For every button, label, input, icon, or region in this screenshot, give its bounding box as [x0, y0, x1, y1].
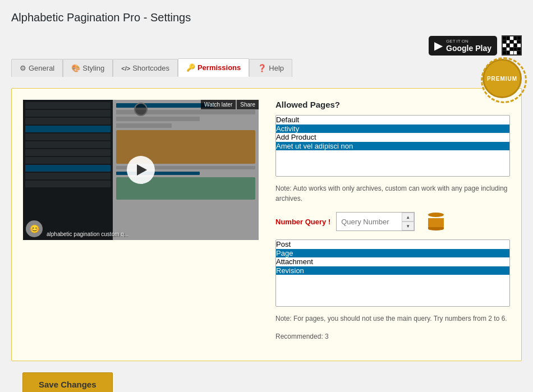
play-button[interactable] [127, 156, 155, 184]
post-type-page[interactable]: Page [276, 249, 509, 258]
page-title: Alphabetic Pagination Pro - Settings [0, 0, 533, 30]
general-icon: ⚙ [20, 64, 26, 72]
video-panel: Watch later Share 😊 alphabetic paginatio… [23, 100, 259, 240]
premium-badge: PREMIUM [483, 59, 522, 98]
allowed-pages-container: Default Activity Add Product Amet ut vel… [275, 115, 510, 177]
allowed-pages-listbox[interactable]: Default Activity Add Product Amet ut vel… [275, 115, 510, 177]
video-avatar: 😊 [26, 220, 43, 237]
tab-help-label: Help [269, 64, 284, 72]
right-panel: Allowed Pages? Default Activity Add Prod… [275, 100, 510, 349]
help-icon: ❓ [258, 64, 266, 72]
post-type-post[interactable]: Post [276, 240, 509, 249]
post-types-container: Post Page Attachment Revision [275, 239, 510, 307]
watch-later-button[interactable]: Watch later [201, 100, 236, 109]
settings-box: Watch later Share 😊 alphabetic paginatio… [11, 88, 522, 361]
get-it-on-text: GET IT ON [446, 39, 491, 44]
post-types-note1: Note: For pages, you should not use the … [275, 313, 510, 324]
tab-help[interactable]: ❓ Help [249, 59, 292, 77]
post-types-note2: Recommended: 3 [275, 331, 510, 342]
store-name-text: Google Play [446, 44, 491, 53]
tab-permissions[interactable]: 🔑 Permissions [178, 58, 249, 77]
permissions-icon: 🔑 [186, 63, 195, 72]
video-thumbnail[interactable]: Watch later Share 😊 alphabetic paginatio… [23, 100, 259, 240]
allowed-pages-option-add-product[interactable]: Add Product [276, 133, 509, 142]
video-action-buttons: Watch later Share [201, 100, 259, 109]
database-icon [426, 211, 446, 232]
nav-tabs: ⚙ General 🎨 Styling </> Shortcodes 🔑 Per… [0, 58, 533, 77]
post-type-revision[interactable]: Revision [276, 266, 509, 275]
tab-permissions-label: Permissions [197, 63, 241, 72]
tab-general-label: General [29, 64, 54, 72]
spinner-down-button[interactable]: ▼ [402, 222, 414, 230]
post-type-attachment[interactable]: Attachment [276, 257, 509, 266]
allowed-pages-note: Note: Auto works with only archives, cus… [275, 183, 510, 204]
tab-styling[interactable]: 🎨 Styling [63, 59, 113, 77]
number-query-row: Number Query ! ▲ ▼ [275, 211, 510, 232]
play-store-icon: ▶ [434, 39, 443, 52]
google-play-button[interactable]: ▶ GET IT ON Google Play [429, 36, 497, 56]
qr-code [502, 35, 522, 56]
allowed-pages-option-amet[interactable]: Amet ut vel adipisci non [276, 142, 509, 151]
post-types-listbox[interactable]: Post Page Attachment Revision [275, 239, 510, 307]
share-button[interactable]: Share [237, 100, 259, 109]
styling-icon: 🎨 [71, 64, 80, 72]
allowed-pages-option-default[interactable]: Default [276, 116, 509, 124]
shortcodes-icon: </> [121, 65, 130, 72]
video-play-overlay[interactable] [23, 100, 259, 240]
play-triangle-icon [137, 164, 147, 176]
save-changes-section: Save Changes [11, 361, 522, 392]
number-query-label: Number Query ! [275, 218, 330, 226]
spinner-buttons: ▲ ▼ [402, 213, 414, 230]
tab-shortcodes-label: Shortcodes [132, 64, 169, 72]
save-changes-button[interactable]: Save Changes [22, 372, 113, 392]
allowed-pages-title: Allowed Pages? [275, 100, 510, 109]
spinner-up-button[interactable]: ▲ [402, 213, 414, 222]
query-number-input-wrap: ▲ ▼ [336, 212, 415, 231]
tab-styling-label: Styling [82, 64, 104, 72]
video-title: alphabetic pagination custom q... [47, 231, 128, 237]
tab-shortcodes[interactable]: </> Shortcodes [113, 59, 178, 77]
tab-general[interactable]: ⚙ General [11, 59, 63, 77]
allowed-pages-option-activity[interactable]: Activity [276, 124, 509, 133]
